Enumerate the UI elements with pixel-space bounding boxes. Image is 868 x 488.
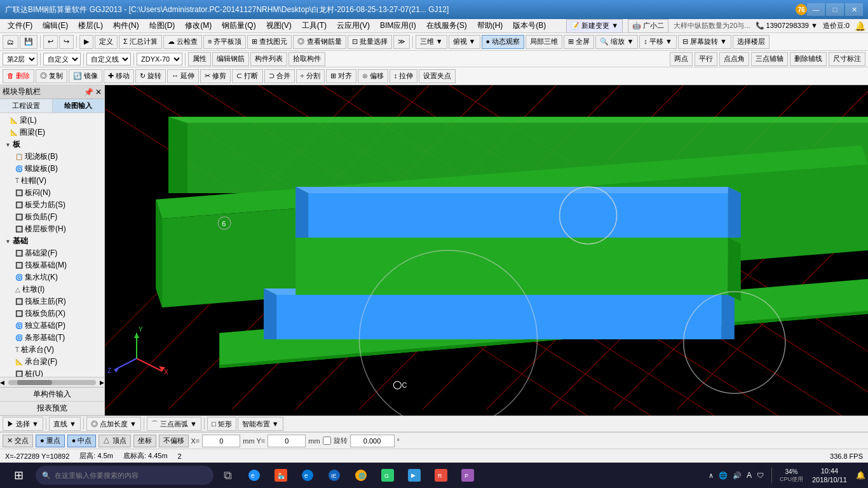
snap-intersection-btn[interactable]: ✕ 交点 <box>3 435 33 447</box>
menu-version[interactable]: 版本号(B) <box>508 19 551 32</box>
tree-item-chengtai[interactable]: T 桩承台(V) <box>0 344 104 356</box>
menu-component[interactable]: 构件(N) <box>108 19 144 32</box>
tree-group-jichu[interactable]: ▼ 基础 <box>0 235 104 247</box>
menu-view[interactable]: 视图(V) <box>261 19 297 32</box>
level-slab-btn[interactable]: ≡ 齐平板顶 <box>203 35 246 49</box>
project-setup-tab[interactable]: 工程设置 <box>0 99 53 112</box>
offset-btn[interactable]: ⊙ 偏移 <box>358 69 388 83</box>
local-3d-btn[interactable]: 局部三维 <box>526 35 562 49</box>
select-floor-btn[interactable]: 选择楼层 <box>733 35 770 49</box>
batch-select-btn[interactable]: ⊡ 批量选择 <box>348 35 392 49</box>
find-elem-btn[interactable]: ⊞ 查找图元 <box>247 35 292 49</box>
menu-floor[interactable]: 楼层(L) <box>73 19 108 32</box>
three-point-axis-btn[interactable]: 三点辅轴 <box>751 52 788 66</box>
3d-btn[interactable]: 三维 ▼ <box>416 35 447 49</box>
menu-file[interactable]: 文件(F) <box>3 19 37 32</box>
guang-xiao-er-button[interactable]: 🤖 广小二 <box>628 19 668 33</box>
taskview-btn[interactable]: ⧉ <box>215 464 240 487</box>
more-btn[interactable]: ≫ <box>393 35 410 49</box>
pick-component-btn[interactable]: 拾取构件 <box>288 52 325 66</box>
rotate-checkbox[interactable] <box>323 437 331 445</box>
snap-key-point-btn[interactable]: ● 重点 <box>36 435 65 447</box>
single-component-btn[interactable]: 单构件输入 <box>0 388 104 402</box>
sidebar-pin-icon[interactable]: 📌 <box>84 88 93 97</box>
two-point-btn[interactable]: 两点 <box>670 52 693 66</box>
custom-select[interactable]: 自定义 <box>43 53 81 65</box>
maximize-button[interactable]: □ <box>826 3 844 16</box>
snap-vertex-btn[interactable]: △ 顶点 <box>98 435 130 447</box>
edit-steel-btn[interactable]: 编辑钢筋 <box>212 52 249 66</box>
system-clock[interactable]: 10:44 2018/10/11 <box>808 466 851 485</box>
menu-online[interactable]: 在线服务(S) <box>421 19 472 32</box>
point-extend-btn[interactable]: ◎ 点加长度 ▼ <box>86 417 141 431</box>
divide-btn[interactable]: ÷ 分割 <box>296 69 325 83</box>
zdyx-select[interactable]: ZDYX-70 <box>137 53 182 65</box>
3d-viewport[interactable]: C 6 X Y Z <box>105 85 868 416</box>
copy-btn[interactable]: ◎ 复制 <box>36 69 67 83</box>
pan-btn[interactable]: ↕ 平移 ▼ <box>639 35 677 49</box>
smart-layout-btn[interactable]: 智能布置 ▼ <box>238 417 283 431</box>
taskbar-app-ie2[interactable]: IE <box>322 464 347 487</box>
tree-item-luoxuanban[interactable]: 🌀 螺旋板(B) <box>0 163 104 175</box>
tree-item-xianzhuban[interactable]: 📋 现浇板(B) <box>0 151 104 163</box>
start-button[interactable]: ⊞ <box>3 464 34 487</box>
taskbar-app-5[interactable]: ▶ <box>402 464 427 487</box>
save-btn[interactable]: 💾 <box>20 35 37 49</box>
tree-item-banshouli[interactable]: 🔲 板受力筋(S) <box>0 199 104 211</box>
tree-item-fubanfujin[interactable]: 🔲 筏板负筋(X) <box>0 308 104 320</box>
bell-icon[interactable]: 🔔 <box>855 21 865 31</box>
tree-item-jishukeng[interactable]: 🌀 集水坑(K) <box>0 271 104 283</box>
arc-tool-btn[interactable]: ⌒ 三点画弧 ▼ <box>147 417 201 431</box>
point-angle-btn[interactable]: 点点角 <box>719 52 749 66</box>
rotate-input[interactable] <box>350 435 395 447</box>
menu-bim[interactable]: BIM应用(I) <box>375 19 421 32</box>
search-bar[interactable]: 🔍 在这里输入你要搜索的内容 <box>36 466 214 485</box>
tree-item-dulijicsu[interactable]: 🌀 独立基础(P) <box>0 320 104 332</box>
drawing-input-tab[interactable]: 绘图输入 <box>53 99 105 112</box>
tree-item-tiaojing[interactable]: 🌀 条形基础(T) <box>0 332 104 344</box>
tree-item-quanliang[interactable]: 📐 圈梁(E) <box>0 126 104 139</box>
align-btn[interactable]: ⊞ 对齐 <box>326 69 356 83</box>
menu-cloud[interactable]: 云应用(V) <box>332 19 375 32</box>
taskbar-app-4[interactable]: G <box>375 464 400 487</box>
sum-calc-btn[interactable]: Σ 汇总计算 <box>119 35 162 49</box>
menu-edit[interactable]: 编辑(E) <box>37 19 73 32</box>
new-change-button[interactable]: 📝 新建变更 ▼ <box>566 19 623 33</box>
sidebar-scrollbar[interactable] <box>8 380 96 385</box>
tree-item-zhuang[interactable]: 🔲 桩(U) <box>0 368 104 377</box>
tree-group-ban[interactable]: ▼ 板 <box>0 139 104 151</box>
define-btn[interactable]: 定义 <box>95 35 118 49</box>
undo-btn[interactable]: ↩ <box>43 35 58 49</box>
run-btn[interactable]: ▶ <box>79 35 93 49</box>
rotate-btn[interactable]: ↻ 旋转 <box>135 69 166 83</box>
snap-no-offset-btn[interactable]: 不偏移 <box>159 435 189 447</box>
trim-btn[interactable]: ✂ 修剪 <box>200 69 231 83</box>
tree-item-chengliang[interactable]: 📐 承台梁(F) <box>0 356 104 368</box>
custom-line-select[interactable]: 自定义线 <box>86 53 131 65</box>
tree-item-liang[interactable]: 📐 梁(L) <box>0 114 104 126</box>
tree-item-fubanzhuying[interactable]: 🔲 筏板主筋(R) <box>0 295 104 308</box>
rect-tool-btn[interactable]: □ 矩形 <box>207 417 236 431</box>
cloud-check-btn[interactable]: ☁ 云检查 <box>163 35 202 49</box>
property-btn[interactable]: 属性 <box>188 52 211 66</box>
dimension-mark-btn[interactable]: 尺寸标注 <box>829 52 865 66</box>
tray-input[interactable]: A <box>747 471 752 480</box>
sidebar-scroll-right[interactable]: ▶ <box>100 379 104 386</box>
tree-item-kuangban[interactable]: 🔲 筏板基础(M) <box>0 259 104 271</box>
taskbar-app-7[interactable]: P <box>455 464 480 487</box>
select-tool-btn[interactable]: ▶ 选择 ▼ <box>3 417 43 431</box>
mirror-btn[interactable]: 🔃 镜像 <box>69 69 102 83</box>
tray-network[interactable]: 🌐 <box>719 471 728 480</box>
tree-item-zhuma[interactable]: T 柱帽(V) <box>0 175 104 187</box>
taskbar-app-ie[interactable]: e <box>241 464 267 487</box>
report-preview-btn[interactable]: 报表预览 <box>0 402 104 416</box>
tree-item-banfujin[interactable]: 🔲 板负筋(F) <box>0 211 104 223</box>
break-btn[interactable]: ⊂ 打断 <box>232 69 262 83</box>
zoom-btn[interactable]: 🔍 缩放 ▼ <box>595 35 638 49</box>
minimize-button[interactable]: — <box>807 3 825 16</box>
extend-btn[interactable]: ↔ 延伸 <box>167 69 199 83</box>
tray-expand[interactable]: ∧ <box>709 471 714 480</box>
taskbar-app-3[interactable]: 🌐 <box>348 464 374 487</box>
top-view-btn[interactable]: 俯视 ▼ <box>449 35 480 49</box>
view-steel-btn[interactable]: ◎ 查看钢筋量 <box>293 35 346 49</box>
